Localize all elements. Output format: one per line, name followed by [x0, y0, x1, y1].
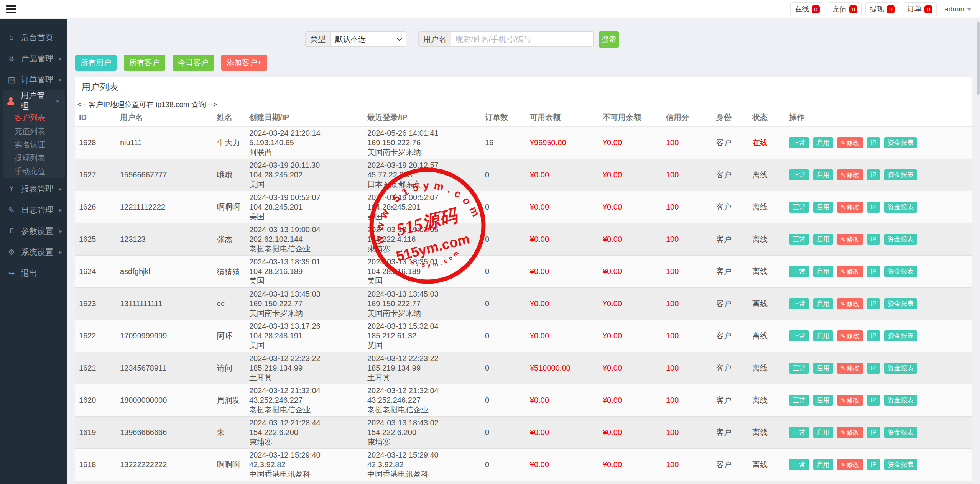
- normal-button[interactable]: 正常: [789, 234, 809, 245]
- username-search-input[interactable]: [451, 32, 593, 46]
- search-button[interactable]: 搜索: [599, 31, 619, 48]
- edit-button[interactable]: ✎修改: [837, 234, 863, 245]
- edit-button[interactable]: ✎修改: [837, 330, 863, 341]
- ip-button[interactable]: IP: [867, 395, 880, 406]
- online-stat[interactable]: 在线 0: [790, 2, 824, 16]
- sidebar-subitem-customer-list[interactable]: 客户列表: [3, 111, 65, 125]
- all-customers-button[interactable]: 所有客户: [124, 55, 165, 71]
- normal-button[interactable]: 正常: [789, 137, 809, 148]
- edit-button[interactable]: ✎修改: [837, 363, 863, 374]
- ip-button[interactable]: IP: [867, 298, 880, 309]
- sidebar-item-parameters[interactable]: £ 参数设置 ▸: [0, 220, 67, 241]
- sidebar-item-system[interactable]: ⚙ 系统设置 ▸: [0, 241, 67, 263]
- edit-button[interactable]: ✎修改: [837, 395, 863, 406]
- table-row: 1628 niu111 牛大力 2024-03-24 21:20:145.193…: [75, 127, 972, 159]
- cell-id: 1623: [75, 288, 116, 320]
- sidebar-item-dashboard[interactable]: ⌂ 后台首页: [0, 27, 67, 48]
- ip-button[interactable]: IP: [867, 234, 880, 245]
- edit-button[interactable]: ✎修改: [837, 427, 863, 438]
- edit-button[interactable]: ✎修改: [837, 169, 863, 180]
- ip-button[interactable]: IP: [867, 363, 880, 374]
- ip-button[interactable]: IP: [867, 459, 880, 470]
- funds-report-button[interactable]: 资金报表: [884, 266, 917, 277]
- sidebar-subitem-manual-recharge[interactable]: 手动充值: [3, 165, 65, 178]
- normal-button[interactable]: 正常: [789, 330, 809, 341]
- funds-report-button[interactable]: 资金报表: [884, 330, 917, 341]
- ip-button[interactable]: IP: [867, 202, 880, 213]
- enable-button[interactable]: 启用: [813, 459, 833, 470]
- sidebar-subitem-recharge-list[interactable]: 充值列表: [3, 125, 65, 138]
- normal-button[interactable]: 正常: [789, 298, 809, 309]
- admin-dropdown[interactable]: admin: [941, 5, 975, 13]
- cell-id: 1620: [75, 384, 116, 417]
- edit-button[interactable]: ✎修改: [837, 266, 863, 277]
- all-users-button[interactable]: 所有用户: [75, 55, 117, 71]
- hamburger-menu-icon[interactable]: [6, 5, 16, 13]
- enable-button[interactable]: 启用: [813, 202, 833, 213]
- normal-button[interactable]: 正常: [789, 363, 809, 374]
- normal-button[interactable]: 正常: [789, 202, 809, 213]
- ip-button[interactable]: IP: [867, 169, 880, 180]
- funds-report-button[interactable]: 资金报表: [884, 298, 917, 309]
- today-customers-button[interactable]: 今日客户: [173, 55, 214, 71]
- type-select[interactable]: 默认不选: [331, 32, 406, 46]
- cell-orders: 0: [481, 417, 526, 449]
- funds-report-button[interactable]: 资金报表: [884, 202, 917, 213]
- vertical-scrollbar[interactable]: [976, 19, 980, 484]
- enable-button[interactable]: 启用: [813, 427, 833, 438]
- enable-button[interactable]: 启用: [813, 395, 833, 406]
- edit-button[interactable]: ✎修改: [837, 459, 863, 470]
- recharge-stat[interactable]: 充值 0: [828, 2, 862, 16]
- add-customer-button[interactable]: 添加客户+: [221, 55, 267, 71]
- edit-button[interactable]: ✎修改: [837, 137, 863, 148]
- cell-actions: 正常 启用 ✎修改 IP 资金报表: [785, 127, 972, 159]
- cell-credit: 100: [662, 449, 712, 481]
- cell-credit: 100: [662, 288, 712, 320]
- ip-button[interactable]: IP: [867, 427, 880, 438]
- cell-orders: 0: [481, 320, 526, 352]
- edit-button-label: 修改: [847, 364, 860, 372]
- cell-username: 13111111111: [116, 288, 213, 320]
- normal-button[interactable]: 正常: [789, 459, 809, 470]
- enable-button[interactable]: 启用: [813, 266, 833, 277]
- enable-button[interactable]: 启用: [813, 169, 833, 180]
- ip-button[interactable]: IP: [867, 137, 880, 148]
- cell-created: 2024-03-12 15:25:1142.3.92.82中国香港电讯盈科: [245, 481, 363, 484]
- sidebar-item-reports[interactable]: ¥ 报表管理 ▸: [0, 178, 67, 199]
- sidebar-subitem-withdraw-list[interactable]: 提现列表: [3, 151, 65, 165]
- sidebar-subitem-realname-auth[interactable]: 实名认证: [3, 138, 65, 151]
- cell-role: 客户: [712, 223, 748, 256]
- normal-button[interactable]: 正常: [789, 266, 809, 277]
- enable-button[interactable]: 启用: [813, 137, 833, 148]
- funds-report-button[interactable]: 资金报表: [884, 427, 917, 438]
- sidebar-item-products[interactable]: Ƀ 产品管理 ▸: [0, 48, 67, 69]
- cell-orders: 0: [481, 352, 526, 384]
- normal-button[interactable]: 正常: [789, 395, 809, 406]
- funds-report-button[interactable]: 资金报表: [884, 459, 917, 470]
- cell-credit: 100: [662, 320, 712, 352]
- order-stat[interactable]: 订单 0: [903, 2, 937, 16]
- sidebar-item-users[interactable]: 用户管理 ▸: [3, 90, 65, 111]
- funds-report-button[interactable]: 资金报表: [884, 395, 917, 406]
- funds-report-button[interactable]: 资金报表: [884, 234, 917, 245]
- funds-report-button[interactable]: 资金报表: [884, 169, 917, 180]
- ip-button[interactable]: IP: [867, 330, 880, 341]
- funds-report-button[interactable]: 资金报表: [884, 137, 917, 148]
- enable-button[interactable]: 启用: [813, 234, 833, 245]
- withdraw-stat[interactable]: 提现 0: [865, 2, 899, 16]
- sidebar-item-logout[interactable]: ↪ 退出: [0, 263, 67, 284]
- scrollbar-thumb[interactable]: [977, 22, 980, 95]
- normal-button[interactable]: 正常: [789, 427, 809, 438]
- enable-button[interactable]: 启用: [813, 330, 833, 341]
- edit-button[interactable]: ✎修改: [837, 298, 863, 309]
- sidebar-item-orders[interactable]: ▤ 订单管理 ▸: [0, 69, 67, 90]
- cell-balance: ¥0.00: [526, 223, 599, 256]
- normal-button[interactable]: 正常: [789, 169, 809, 180]
- enable-button[interactable]: 启用: [813, 363, 833, 374]
- sidebar-item-logs[interactable]: ✎ 日志管理 ▸: [0, 199, 67, 220]
- online-count-badge: 0: [812, 5, 820, 13]
- funds-report-button[interactable]: 资金报表: [884, 363, 917, 374]
- enable-button[interactable]: 启用: [813, 298, 833, 309]
- ip-button[interactable]: IP: [867, 266, 880, 277]
- edit-button[interactable]: ✎修改: [837, 202, 863, 213]
